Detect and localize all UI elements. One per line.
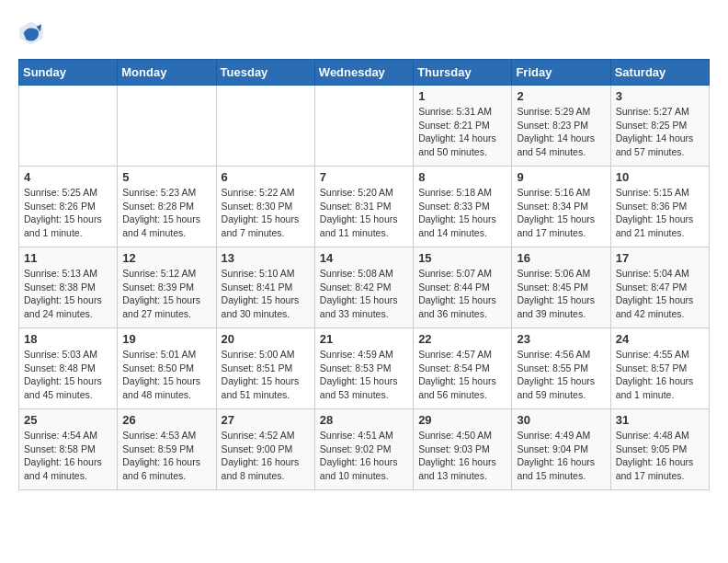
day-detail: Sunrise: 5:06 AM Sunset: 8:45 PM Dayligh… [517, 267, 605, 321]
day-number: 20 [222, 332, 310, 346]
calendar-cell: 8Sunrise: 5:18 AM Sunset: 8:33 PM Daylig… [414, 167, 512, 247]
calendar-cell: 2Sunrise: 5:29 AM Sunset: 8:23 PM Daylig… [512, 86, 610, 167]
day-detail: Sunrise: 4:49 AM Sunset: 9:04 PM Dayligh… [517, 429, 605, 483]
day-number: 12 [122, 251, 210, 265]
calendar-cell: 6Sunrise: 5:22 AM Sunset: 8:30 PM Daylig… [216, 167, 314, 247]
day-number: 3 [616, 89, 704, 103]
weekday-header: Friday [512, 60, 610, 86]
calendar-table: SundayMondayTuesdayWednesdayThursdayFrid… [18, 59, 710, 490]
day-detail: Sunrise: 5:27 AM Sunset: 8:25 PM Dayligh… [616, 105, 704, 159]
day-detail: Sunrise: 5:08 AM Sunset: 8:42 PM Dayligh… [320, 267, 408, 321]
weekday-header: Sunday [19, 60, 118, 86]
calendar-cell: 29Sunrise: 4:50 AM Sunset: 9:03 PM Dayli… [414, 409, 512, 490]
day-number: 19 [122, 332, 210, 346]
logo [18, 18, 48, 44]
day-detail: Sunrise: 4:54 AM Sunset: 8:58 PM Dayligh… [24, 429, 112, 483]
day-number: 21 [320, 332, 408, 346]
day-detail: Sunrise: 5:12 AM Sunset: 8:39 PM Dayligh… [122, 267, 210, 321]
calendar-cell: 22Sunrise: 4:57 AM Sunset: 8:54 PM Dayli… [414, 328, 512, 409]
day-detail: Sunrise: 4:59 AM Sunset: 8:53 PM Dayligh… [320, 348, 408, 402]
calendar-cell: 15Sunrise: 5:07 AM Sunset: 8:44 PM Dayli… [414, 247, 512, 328]
calendar-cell: 4Sunrise: 5:25 AM Sunset: 8:26 PM Daylig… [19, 167, 118, 247]
day-number: 29 [418, 413, 506, 427]
day-detail: Sunrise: 5:31 AM Sunset: 8:21 PM Dayligh… [418, 105, 506, 159]
day-number: 1 [418, 89, 506, 103]
calendar-cell: 25Sunrise: 4:54 AM Sunset: 8:58 PM Dayli… [19, 409, 118, 490]
day-detail: Sunrise: 5:15 AM Sunset: 8:36 PM Dayligh… [616, 186, 704, 240]
day-number: 10 [616, 170, 704, 184]
day-detail: Sunrise: 4:56 AM Sunset: 8:55 PM Dayligh… [517, 348, 605, 402]
day-detail: Sunrise: 5:04 AM Sunset: 8:47 PM Dayligh… [616, 267, 704, 321]
calendar-body: 1Sunrise: 5:31 AM Sunset: 8:21 PM Daylig… [19, 86, 710, 490]
day-number: 4 [24, 170, 112, 184]
calendar-cell: 5Sunrise: 5:23 AM Sunset: 8:28 PM Daylig… [118, 167, 216, 247]
calendar-week-row: 25Sunrise: 4:54 AM Sunset: 8:58 PM Dayli… [19, 409, 710, 490]
day-number: 14 [320, 251, 408, 265]
calendar-cell: 11Sunrise: 5:13 AM Sunset: 8:38 PM Dayli… [19, 247, 118, 328]
logo-icon [18, 20, 44, 46]
day-detail: Sunrise: 4:50 AM Sunset: 9:03 PM Dayligh… [418, 429, 506, 483]
day-detail: Sunrise: 5:01 AM Sunset: 8:50 PM Dayligh… [122, 348, 210, 402]
weekday-header: Thursday [414, 60, 512, 86]
weekday-header: Wednesday [314, 60, 413, 86]
day-detail: Sunrise: 5:13 AM Sunset: 8:38 PM Dayligh… [24, 267, 112, 321]
calendar-cell: 26Sunrise: 4:53 AM Sunset: 8:59 PM Dayli… [118, 409, 216, 490]
day-detail: Sunrise: 4:57 AM Sunset: 8:54 PM Dayligh… [418, 348, 506, 402]
calendar-cell: 1Sunrise: 5:31 AM Sunset: 8:21 PM Daylig… [414, 86, 512, 167]
calendar-cell: 18Sunrise: 5:03 AM Sunset: 8:48 PM Dayli… [19, 328, 118, 409]
day-detail: Sunrise: 5:00 AM Sunset: 8:51 PM Dayligh… [222, 348, 310, 402]
day-detail: Sunrise: 4:55 AM Sunset: 8:57 PM Dayligh… [616, 348, 704, 402]
calendar-cell [314, 86, 413, 167]
day-detail: Sunrise: 5:10 AM Sunset: 8:41 PM Dayligh… [222, 267, 310, 321]
day-detail: Sunrise: 5:22 AM Sunset: 8:30 PM Dayligh… [222, 186, 310, 240]
day-number: 22 [418, 332, 506, 346]
day-number: 31 [616, 413, 704, 427]
page-header [18, 18, 710, 44]
day-detail: Sunrise: 5:18 AM Sunset: 8:33 PM Dayligh… [418, 186, 506, 240]
day-detail: Sunrise: 5:29 AM Sunset: 8:23 PM Dayligh… [517, 105, 605, 159]
calendar-cell: 14Sunrise: 5:08 AM Sunset: 8:42 PM Dayli… [314, 247, 413, 328]
day-detail: Sunrise: 4:53 AM Sunset: 8:59 PM Dayligh… [122, 429, 210, 483]
day-number: 8 [418, 170, 506, 184]
calendar-week-row: 11Sunrise: 5:13 AM Sunset: 8:38 PM Dayli… [19, 247, 710, 328]
calendar-cell: 10Sunrise: 5:15 AM Sunset: 8:36 PM Dayli… [610, 167, 709, 247]
calendar-cell: 7Sunrise: 5:20 AM Sunset: 8:31 PM Daylig… [314, 167, 413, 247]
day-number: 15 [418, 251, 506, 265]
calendar-cell [19, 86, 118, 167]
day-number: 5 [122, 170, 210, 184]
day-detail: Sunrise: 4:52 AM Sunset: 9:00 PM Dayligh… [222, 429, 310, 483]
calendar-cell: 24Sunrise: 4:55 AM Sunset: 8:57 PM Dayli… [610, 328, 709, 409]
day-number: 11 [24, 251, 112, 265]
calendar-cell [216, 86, 314, 167]
day-detail: Sunrise: 4:48 AM Sunset: 9:05 PM Dayligh… [616, 429, 704, 483]
day-detail: Sunrise: 5:07 AM Sunset: 8:44 PM Dayligh… [418, 267, 506, 321]
day-number: 17 [616, 251, 704, 265]
day-number: 6 [222, 170, 310, 184]
calendar-cell: 9Sunrise: 5:16 AM Sunset: 8:34 PM Daylig… [512, 167, 610, 247]
calendar-cell: 16Sunrise: 5:06 AM Sunset: 8:45 PM Dayli… [512, 247, 610, 328]
weekday-header: Tuesday [216, 60, 314, 86]
calendar-header: SundayMondayTuesdayWednesdayThursdayFrid… [19, 60, 710, 86]
weekday-header: Saturday [610, 60, 709, 86]
calendar-cell: 3Sunrise: 5:27 AM Sunset: 8:25 PM Daylig… [610, 86, 709, 167]
day-number: 23 [517, 332, 605, 346]
day-number: 30 [517, 413, 605, 427]
day-number: 7 [320, 170, 408, 184]
calendar-week-row: 4Sunrise: 5:25 AM Sunset: 8:26 PM Daylig… [19, 167, 710, 247]
day-detail: Sunrise: 4:51 AM Sunset: 9:02 PM Dayligh… [320, 429, 408, 483]
day-number: 9 [517, 170, 605, 184]
day-number: 28 [320, 413, 408, 427]
day-number: 13 [222, 251, 310, 265]
weekday-row: SundayMondayTuesdayWednesdayThursdayFrid… [19, 60, 710, 86]
calendar-cell [118, 86, 216, 167]
calendar-cell: 19Sunrise: 5:01 AM Sunset: 8:50 PM Dayli… [118, 328, 216, 409]
day-number: 25 [24, 413, 112, 427]
calendar-cell: 31Sunrise: 4:48 AM Sunset: 9:05 PM Dayli… [610, 409, 709, 490]
calendar-cell: 12Sunrise: 5:12 AM Sunset: 8:39 PM Dayli… [118, 247, 216, 328]
day-detail: Sunrise: 5:20 AM Sunset: 8:31 PM Dayligh… [320, 186, 408, 240]
day-number: 27 [222, 413, 310, 427]
day-number: 16 [517, 251, 605, 265]
calendar-cell: 30Sunrise: 4:49 AM Sunset: 9:04 PM Dayli… [512, 409, 610, 490]
day-detail: Sunrise: 5:23 AM Sunset: 8:28 PM Dayligh… [122, 186, 210, 240]
day-number: 18 [24, 332, 112, 346]
